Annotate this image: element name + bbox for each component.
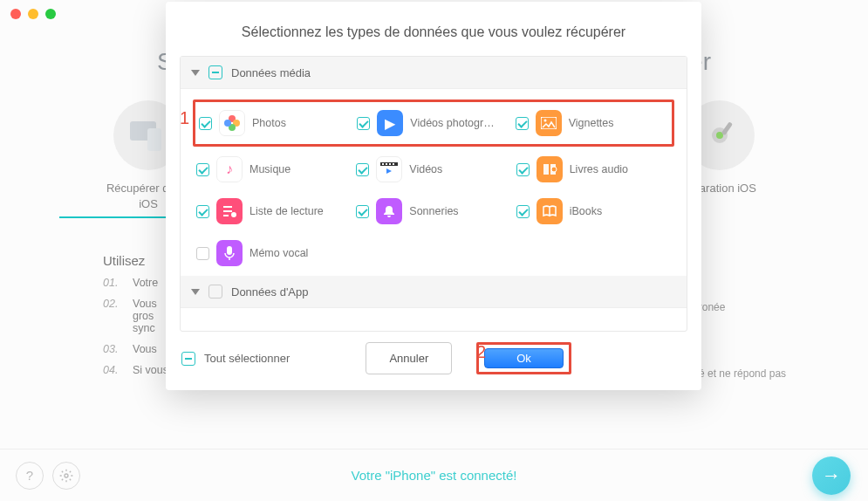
item-ibooks[interactable]: iBooks [516, 198, 671, 224]
svg-rect-9 [382, 163, 384, 165]
item-videos[interactable]: Vidéos [356, 156, 510, 182]
svg-rect-12 [393, 163, 394, 165]
ok-button[interactable]: Ok [484, 348, 564, 368]
svg-point-7 [543, 120, 546, 122]
item-label: Mémo vocal [249, 247, 308, 259]
video-photo-icon: ▶ [377, 110, 403, 136]
svg-rect-15 [227, 246, 232, 255]
checkbox-vignettes[interactable] [516, 117, 529, 130]
item-vignettes[interactable]: Vignettes [516, 110, 668, 136]
item-voicememo[interactable]: Mémo vocal [196, 240, 351, 266]
item-label: Livres audio [570, 163, 628, 175]
item-label: Sonneries [409, 205, 458, 217]
footer-bar: ? Votre "iPhone" est connecté! → [0, 449, 868, 501]
checkbox-videos[interactable] [356, 163, 369, 176]
footer-left-buttons: ? [16, 462, 80, 490]
photos-icon [219, 110, 245, 136]
modal-body: Données média Photos ▶ Vidéos photog [180, 56, 687, 332]
item-label: Liste de lecture [249, 205, 324, 217]
minimize-window-button[interactable] [28, 9, 38, 19]
highlight-row-1: Photos ▶ Vidéos photograp… Vignettes [193, 100, 674, 147]
checkbox-photos[interactable] [199, 117, 212, 130]
svg-point-14 [232, 213, 236, 216]
checkbox-videophoto[interactable] [357, 117, 370, 130]
checkbox-voicememo[interactable] [196, 247, 209, 260]
checkbox-playlist[interactable] [196, 205, 209, 218]
checkbox-music[interactable] [196, 163, 209, 176]
svg-rect-1 [147, 128, 161, 151]
item-label: Vignettes [569, 117, 614, 129]
select-data-modal: Sélectionnez les types de données que vo… [166, 2, 701, 390]
connection-status: Votre "iPhone" est connecté! [352, 468, 517, 483]
section-app-label: Données d'App [231, 285, 309, 299]
collapse-icon [191, 289, 200, 295]
cancel-button[interactable]: Annuler [366, 342, 452, 374]
section-app-checkbox[interactable] [208, 285, 222, 299]
item-audiobooks[interactable]: Livres audio [516, 156, 671, 182]
item-label: Vidéos [409, 163, 442, 175]
annotation-1: 1 [180, 108, 189, 128]
section-media-header[interactable]: Données média [181, 57, 687, 89]
modal-footer: Tout sélectionner Annuler Ok [166, 332, 701, 390]
window-controls [10, 9, 56, 19]
ringtone-icon [376, 198, 402, 224]
svg-point-13 [551, 167, 557, 172]
audiobooks-icon [537, 156, 563, 182]
videos-icon [376, 156, 402, 182]
item-ringtone[interactable]: Sonneries [356, 198, 510, 224]
item-label: iBooks [570, 205, 603, 217]
close-window-button[interactable] [10, 9, 21, 19]
collapse-icon [191, 70, 200, 76]
section-media-checkbox[interactable] [208, 65, 222, 79]
item-music[interactable]: ♪ Musique [196, 156, 351, 182]
select-all-label: Tout sélectionner [204, 352, 290, 365]
select-all-row[interactable]: Tout sélectionner [181, 352, 290, 366]
svg-point-5 [65, 474, 68, 477]
next-button[interactable]: → [812, 456, 851, 495]
media-items: Photos ▶ Vidéos photograp… Vignettes [181, 89, 687, 276]
settings-button[interactable] [52, 462, 80, 490]
section-media-label: Données média [231, 66, 311, 79]
checkbox-ibooks[interactable] [516, 205, 530, 218]
annotation-2: 2 [476, 342, 486, 362]
playlist-icon [216, 198, 243, 224]
checkbox-ringtone[interactable] [356, 205, 369, 218]
ibooks-icon [537, 198, 563, 224]
item-playlist[interactable]: Liste de lecture [196, 198, 351, 224]
voicememo-icon [216, 240, 243, 266]
item-photos[interactable]: Photos [199, 110, 352, 136]
item-videophoto[interactable]: ▶ Vidéos photograp… [357, 110, 509, 136]
select-all-checkbox[interactable] [181, 352, 195, 366]
zoom-window-button[interactable] [45, 9, 56, 19]
modal-title: Sélectionnez les types de données que vo… [166, 2, 701, 56]
highlight-ok: Ok [476, 342, 571, 374]
checkbox-audiobooks[interactable] [516, 163, 530, 176]
item-label: Musique [249, 163, 290, 175]
thumbnails-icon [536, 110, 562, 136]
item-label: Photos [252, 117, 286, 129]
section-app-header[interactable]: Données d'App [181, 276, 687, 308]
item-label: Vidéos photograp… [410, 117, 497, 129]
music-icon: ♪ [216, 156, 243, 182]
help-button[interactable]: ? [16, 462, 44, 490]
svg-rect-10 [386, 163, 387, 165]
svg-rect-11 [389, 163, 391, 165]
